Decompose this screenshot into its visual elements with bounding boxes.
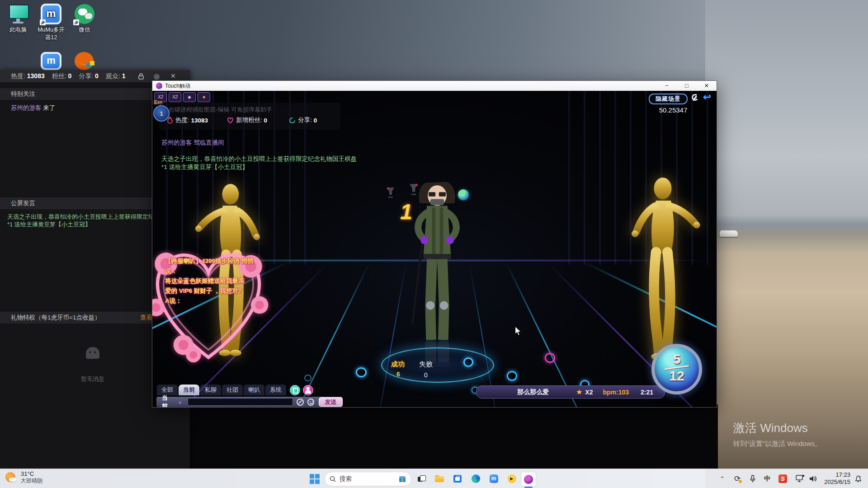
horn-line2: 将这朵蓝色妖姬赠送给我最亲 <box>165 276 260 286</box>
horn-line4: A说： <box>165 296 260 306</box>
tab-guild[interactable]: 社团 <box>222 385 243 395</box>
fail-value: 0 <box>424 371 428 379</box>
send-button[interactable]: 发送 <box>319 397 343 407</box>
user-panel-button[interactable] <box>303 385 313 395</box>
icon-label: 微信 <box>65 26 104 34</box>
mouse-cursor <box>515 326 522 336</box>
wrench-icon[interactable] <box>691 94 698 102</box>
tab-horn[interactable]: 喇叭 <box>244 385 264 395</box>
undo-icon[interactable]: ↩ <box>703 92 711 103</box>
weather-icon <box>5 471 17 484</box>
gift-view-link[interactable]: 查看 <box>140 312 152 324</box>
network-display-icon[interactable] <box>796 475 805 483</box>
wallpaper-car <box>720 230 738 237</box>
free-gift-button[interactable] <box>290 385 300 395</box>
heat-stat: 热度: 13083 <box>11 70 45 82</box>
start-button[interactable] <box>307 472 322 486</box>
game-stage[interactable]: 1 成功 6 失败 0 <box>152 91 717 407</box>
song-name: 那么那么爱 <box>517 388 549 396</box>
speaker-icon[interactable] <box>809 475 818 483</box>
desktop-icon-wechat[interactable]: ↗ 微信 <box>65 4 104 34</box>
share-label: 分享: <box>298 116 312 124</box>
desktop-icon-recorder[interactable] <box>74 52 94 70</box>
mumu-icon: m ↗ <box>41 4 61 24</box>
tab-current[interactable]: 当前 <box>179 385 199 395</box>
weather-widget[interactable]: 31°C 大部晴朗 <box>5 470 42 485</box>
desktop-icon-mumu2[interactable]: m <box>41 52 61 70</box>
wallpaper-beach <box>705 0 868 488</box>
block-icon[interactable] <box>297 399 304 406</box>
viewer-stat: 观众: 1 <box>106 70 126 82</box>
hide-scene-button[interactable]: 隐藏场景 <box>649 94 688 104</box>
edge-browser-button[interactable] <box>468 472 483 486</box>
activate-watermark: 激活 Windows 转到“设置”以激活 Windows。 <box>733 420 821 448</box>
game-chat-line3: *1 送给主播黄豆芽【小土豆冠】 <box>161 163 248 171</box>
sogou-icon[interactable]: S <box>778 474 787 483</box>
microphone-icon[interactable] <box>750 475 756 483</box>
game-chat-line1: 苏州的游客 驾临直播间 <box>161 139 224 147</box>
star-icon: ★ <box>576 388 582 396</box>
heat-flame-icon <box>167 117 173 124</box>
touch-app-button[interactable] <box>521 472 536 487</box>
neon-ring <box>463 357 473 367</box>
horn-message: 【跨服喇叭】4399猫步轻俏 悄悄说： 将这朵蓝色妖姬赠送给我最亲 爱的 VIP… <box>165 256 260 306</box>
buff-bonus-icon[interactable]: ✦ <box>198 92 210 102</box>
window-titlebar[interactable]: Touch触动 − □ ✕ <box>152 81 717 91</box>
shortcut-arrow: ↗ <box>40 19 46 25</box>
close-button[interactable]: ✕ <box>697 81 717 91</box>
channel-selector[interactable]: 当前 <box>162 394 173 408</box>
share-value: 0 <box>314 117 317 124</box>
window-title: Touch触动 <box>165 82 190 90</box>
neon-ring <box>304 375 311 381</box>
visitor-message: 苏州的游客 来了 <box>11 104 55 112</box>
chat-text-input[interactable] <box>188 398 292 406</box>
fail-label: 失败 <box>419 360 433 369</box>
app-logo-icon <box>156 83 162 89</box>
fans-label: 新增粉丝: <box>236 116 262 124</box>
mumu-emulator-button[interactable]: m <box>486 472 501 486</box>
notification-bell-icon[interactable]: z <box>854 475 862 483</box>
file-explorer-button[interactable] <box>432 472 447 486</box>
tray-date: 2025/6/15 <box>821 479 850 486</box>
weather-desc: 大部晴朗 <box>21 477 42 485</box>
share-icon <box>289 117 296 124</box>
emoji-icon[interactable] <box>307 399 315 406</box>
this-pc-icon <box>8 4 28 24</box>
chat-tabs: 全部 当前 私聊 社团 喇叭 系统 <box>157 385 313 395</box>
minimize-button[interactable]: − <box>657 81 677 91</box>
sync-update-icon[interactable]: ⟳ <box>734 469 741 488</box>
share-stat: 分享: 0 <box>79 70 99 82</box>
success-label: 成功 <box>391 360 405 369</box>
neon-ring <box>356 367 367 377</box>
lock-icon[interactable] <box>137 73 145 80</box>
search-box[interactable]: 搜索 <box>325 472 411 486</box>
icon-label: 器12 <box>32 34 71 42</box>
counter-bottom: 12 <box>655 368 699 384</box>
clock-widget[interactable]: 17:23 2025/6/15 <box>821 471 850 486</box>
round-counter-sphere: 5 12 <box>651 344 702 394</box>
tab-system[interactable]: 系统 <box>265 385 286 395</box>
buff-star-icon[interactable]: ★ <box>183 92 196 102</box>
ms-store-button[interactable] <box>450 472 465 486</box>
gift-promo-icon <box>398 475 406 483</box>
coordinate-readout: 50.25347 <box>650 106 697 114</box>
desktop-screen: 此电脑 m ↗ MuMu多开 器12 ↗ 微信 m ↗ <box>0 0 868 488</box>
search-icon <box>330 476 336 482</box>
public-chat-line2: *1 送给主播黄豆芽【小土豆冠】 <box>7 221 91 229</box>
success-value: 6 <box>396 371 400 378</box>
activate-line2: 转到“设置”以激活 Windows。 <box>733 440 821 448</box>
tray-chevron-icon[interactable]: ⌃ <box>720 469 725 488</box>
wechat-icon: ↗ <box>74 4 95 24</box>
maximize-button[interactable]: □ <box>677 81 697 91</box>
heat-label: 热度: <box>175 116 189 124</box>
channel-dropdown-icon[interactable]: ▲ <box>178 399 182 404</box>
task-view-button[interactable] <box>414 472 429 486</box>
overlay-stats-row: 热度: 13083 新增粉丝: 0 分享: 0 <box>167 116 317 124</box>
ime-indicator[interactable]: 中 <box>764 469 770 488</box>
buff-x2-icon[interactable]: X2 <box>169 92 181 102</box>
song-multiplier: X2 <box>585 389 593 396</box>
huya-live-button[interactable]: ▶ <box>505 472 519 486</box>
taskbar: 31°C 大部晴朗 搜索 <box>0 469 868 488</box>
tab-private[interactable]: 私聊 <box>200 385 221 395</box>
neon-ring-pink <box>545 353 555 363</box>
